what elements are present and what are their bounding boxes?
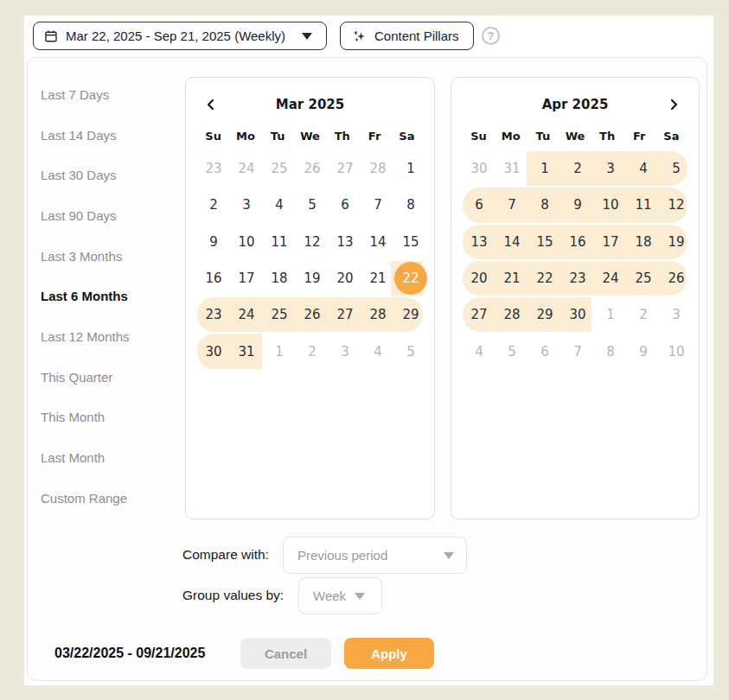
day-cell[interactable]: 5: [496, 333, 528, 369]
preset-last-90-days[interactable]: Last 90 Days: [41, 195, 186, 236]
day-cell[interactable]: 3: [230, 187, 263, 223]
apply-button[interactable]: Apply: [344, 638, 434, 669]
day-cell[interactable]: 6: [528, 333, 561, 369]
day-cell[interactable]: 2: [627, 296, 660, 333]
day-cell[interactable]: 7: [496, 187, 528, 223]
day-cell[interactable]: 4: [263, 187, 296, 223]
day-cell[interactable]: 3: [594, 150, 627, 187]
day-cell[interactable]: 27: [329, 296, 361, 333]
day-cell[interactable]: 30: [197, 333, 230, 369]
day-cell[interactable]: 28: [496, 296, 528, 333]
preset-last-14-days[interactable]: Last 14 Days: [41, 115, 186, 156]
day-cell[interactable]: 29: [528, 296, 561, 333]
day-cell[interactable]: 3: [329, 333, 361, 369]
day-cell[interactable]: 30: [463, 150, 496, 187]
prev-month-button[interactable]: [200, 93, 222, 116]
day-cell[interactable]: 14: [496, 224, 528, 260]
day-cell[interactable]: 1: [528, 150, 561, 187]
day-cell[interactable]: 17: [230, 260, 263, 296]
day-cell[interactable]: 5: [660, 150, 693, 187]
day-cell[interactable]: 20: [329, 260, 361, 296]
day-cell[interactable]: 21: [496, 260, 528, 296]
day-cell[interactable]: 27: [463, 296, 496, 333]
day-cell[interactable]: 18: [627, 224, 660, 260]
day-cell[interactable]: 3: [660, 296, 693, 333]
day-cell[interactable]: 7: [361, 187, 394, 223]
day-cell[interactable]: 28: [361, 150, 394, 187]
day-cell[interactable]: 8: [394, 187, 427, 223]
day-cell[interactable]: 6: [329, 187, 361, 223]
day-cell[interactable]: 4: [361, 333, 394, 369]
day-cell[interactable]: 24: [594, 260, 627, 296]
day-cell[interactable]: 7: [561, 333, 594, 369]
preset-last-3-months[interactable]: Last 3 Months: [41, 236, 186, 277]
content-pillars-button[interactable]: Content Pillars: [340, 22, 474, 50]
day-cell[interactable]: 12: [296, 224, 329, 260]
preset-last-6-months[interactable]: Last 6 Months: [41, 276, 186, 316]
day-cell[interactable]: 6: [463, 187, 496, 223]
day-cell[interactable]: 9: [561, 187, 594, 223]
next-month-button[interactable]: [662, 93, 685, 116]
day-cell[interactable]: 25: [263, 296, 296, 333]
day-cell[interactable]: 23: [197, 296, 230, 333]
day-cell[interactable]: 11: [627, 187, 660, 223]
day-cell[interactable]: 19: [296, 260, 329, 296]
day-cell[interactable]: 1: [263, 333, 296, 369]
day-cell[interactable]: 10: [230, 224, 263, 260]
day-cell[interactable]: 31: [496, 150, 528, 187]
day-cell[interactable]: 4: [627, 150, 660, 187]
day-cell[interactable]: 9: [197, 224, 230, 260]
day-cell[interactable]: 10: [594, 187, 627, 223]
day-cell[interactable]: 8: [594, 333, 627, 369]
day-cell[interactable]: 19: [660, 224, 693, 260]
day-cell[interactable]: 23: [561, 260, 594, 296]
date-range-dropdown-button[interactable]: Mar 22, 2025 - Sep 21, 2025 (Weekly): [33, 22, 327, 50]
day-cell[interactable]: 26: [660, 260, 693, 296]
day-cell[interactable]: 1: [394, 150, 427, 187]
preset-last-30-days[interactable]: Last 30 Days: [41, 155, 186, 195]
day-cell[interactable]: 2: [197, 187, 230, 223]
day-cell[interactable]: 8: [528, 187, 561, 223]
day-cell[interactable]: 24: [230, 296, 263, 333]
preset-custom-range[interactable]: Custom Range: [41, 478, 186, 519]
day-cell-selected[interactable]: 22: [394, 260, 427, 296]
day-cell[interactable]: 25: [263, 150, 296, 187]
day-cell[interactable]: 22: [528, 260, 561, 296]
day-cell[interactable]: 4: [463, 333, 496, 369]
day-cell[interactable]: 11: [263, 224, 296, 260]
day-cell[interactable]: 1: [594, 296, 627, 333]
day-cell[interactable]: 21: [361, 260, 394, 296]
cancel-button[interactable]: Cancel: [240, 638, 331, 669]
day-cell[interactable]: 18: [263, 260, 296, 296]
day-cell[interactable]: 27: [329, 150, 361, 187]
day-cell[interactable]: 17: [594, 224, 627, 260]
preset-this-month[interactable]: This Month: [41, 398, 186, 438]
day-cell[interactable]: 29: [394, 296, 427, 333]
day-cell[interactable]: 31: [230, 333, 263, 369]
day-cell[interactable]: 24: [230, 150, 263, 187]
day-cell[interactable]: 5: [296, 187, 329, 223]
preset-last-12-months[interactable]: Last 12 Months: [41, 316, 186, 357]
day-cell[interactable]: 10: [660, 333, 693, 369]
day-cell[interactable]: 20: [463, 260, 496, 296]
compare-with-select[interactable]: Previous period: [283, 537, 467, 574]
preset-last-month[interactable]: Last Month: [41, 437, 186, 478]
day-cell[interactable]: 26: [296, 150, 329, 187]
day-cell[interactable]: 2: [561, 150, 594, 187]
day-cell[interactable]: 2: [296, 333, 329, 369]
help-icon[interactable]: ?: [482, 27, 500, 45]
day-cell[interactable]: 23: [197, 150, 230, 187]
day-cell[interactable]: 15: [528, 224, 561, 260]
day-cell[interactable]: 25: [627, 260, 660, 296]
day-cell[interactable]: 13: [329, 224, 361, 260]
day-cell[interactable]: 12: [660, 187, 693, 223]
day-cell[interactable]: 15: [394, 224, 427, 260]
day-cell[interactable]: 28: [361, 296, 394, 333]
day-cell[interactable]: 16: [197, 260, 230, 296]
preset-last-7-days[interactable]: Last 7 Days: [41, 74, 186, 115]
day-cell[interactable]: 5: [394, 333, 427, 369]
day-cell[interactable]: 26: [296, 296, 329, 333]
day-cell[interactable]: 16: [561, 224, 594, 260]
day-cell[interactable]: 9: [627, 333, 660, 369]
day-cell[interactable]: 30: [561, 296, 594, 333]
